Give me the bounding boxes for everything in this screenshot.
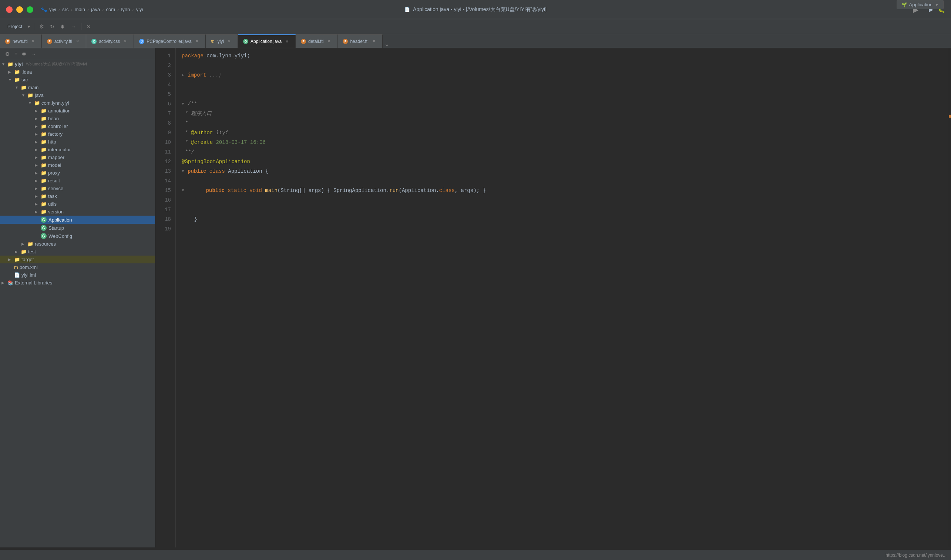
detail-tab-close[interactable]: ✕ [326,38,332,45]
interceptor-folder-icon: 📁 [41,147,46,152]
tree-idea[interactable]: 📁 .idea [0,68,155,76]
activity-ftl-tab-close[interactable]: ✕ [74,38,81,45]
project-label[interactable]: Project [5,24,25,29]
sep3: › [87,7,89,12]
application-file-icon: G [41,217,46,223]
fold-13[interactable] [182,166,188,176]
tree-test[interactable]: 📁 test [0,248,155,255]
sidebar-gear-button[interactable]: ⚙ [4,50,11,58]
tree-main[interactable]: 📁 main [0,84,155,91]
comment-line10a: * [182,138,191,147]
kw-class2: class [439,186,455,195]
tree-proxy[interactable]: 📁 proxy [0,169,155,177]
sync-icon[interactable]: ↻ [48,22,57,31]
ln19: 19 [156,224,176,234]
pom-label: pom.xml [20,265,38,270]
idea-folder-icon: 📁 [14,69,20,75]
mapper-arrow [35,155,41,159]
settings-icon[interactable]: ✱ [58,22,67,31]
tree-http[interactable]: 📁 http [0,138,155,146]
more-tabs-button[interactable]: » [385,43,388,48]
pcpage-tab-close[interactable]: ✕ [194,38,200,45]
code-editor[interactable]: 1 2 3 4 5 6 7 8 9 10 11 12 13 14 15 16 1… [156,48,951,548]
close-panel-icon[interactable]: ✕ [84,22,93,31]
tree-src[interactable]: 📁 src [0,76,155,84]
tree-external-libs[interactable]: 📚 External Libraries [0,279,155,287]
tag-author: @author [191,128,213,138]
code-content[interactable]: package com.lynn.yiyi; import ...; [176,48,951,548]
tab-news[interactable]: F news.ftl ✕ [0,34,42,48]
factory-folder-icon: 📁 [41,131,46,137]
tree-yiyi-root[interactable]: 📁 yiyi /Volumes/大白菜U盘/YIYI有话/yiyi [0,60,155,68]
tree-application-file[interactable]: G Application [0,215,155,224]
tree-java[interactable]: 📁 java [0,91,155,99]
author-name: liyi [213,128,228,138]
header-tab-close[interactable]: ✕ [371,38,377,45]
activity-css-tab-close[interactable]: ✕ [122,38,128,45]
tree-com-lynn-yiyi[interactable]: 📁 com.lynn.yiyi [0,99,155,107]
fold-6[interactable] [182,99,188,109]
tree-interceptor[interactable]: 📁 interceptor [0,146,155,154]
fold-15[interactable] [182,186,188,195]
tree-target[interactable]: 📁 target [0,255,155,263]
tree-factory[interactable]: 📁 factory [0,130,155,138]
ln3: 3 [156,70,176,80]
line-numbers: 1 2 3 4 5 6 7 8 9 10 11 12 13 14 15 16 1… [156,48,176,548]
sidebar-header: ⚙ ≡ ✱ → [0,48,155,60]
close-button[interactable] [6,6,12,13]
yiyi-path: /Volumes/大白菜U盘/YIYI有话/yiyi [26,62,87,67]
utils-folder-icon: 📁 [41,201,46,207]
tree-controller[interactable]: 📁 controller [0,122,155,130]
ln13: 13 [156,166,176,176]
package-name: com.lynn.yiyi; [203,51,250,61]
tab-activity-ftl[interactable]: F activity.ftl ✕ [42,34,86,48]
tree-mapper[interactable]: 📁 mapper [0,154,155,161]
expand-icon[interactable]: → [68,22,78,31]
tree-utils[interactable]: 📁 utils [0,200,155,208]
tab-detail[interactable]: F detail.ftl ✕ [296,34,338,48]
fold-3[interactable] [182,70,188,80]
version-arrow [35,210,41,214]
tree-yiyi-iml[interactable]: 📄 yiyi.iml [0,271,155,279]
tree-webconfig-file[interactable]: G WebConfig [0,232,155,240]
sidebar-star-button[interactable]: ✱ [20,50,28,58]
editor-area: 1 2 3 4 5 6 7 8 9 10 11 12 13 14 15 16 1… [156,48,951,548]
run-config-label: Application [909,2,933,8]
code-line-6: /** [182,99,951,109]
tree-pom[interactable]: m pom.xml [0,263,155,271]
tree-resources[interactable]: 📁 resources [0,240,155,248]
src-folder-icon: 📁 [14,77,20,83]
main-folder-icon: 📁 [21,85,27,90]
tree-version[interactable]: 📁 version [0,208,155,215]
myiyi-tab-close[interactable]: ✕ [226,38,233,45]
tree-bean[interactable]: 📁 bean [0,115,155,122]
application-tab-close[interactable]: ✕ [284,38,290,45]
version-folder-icon: 📁 [41,209,46,215]
status-bar: https://blog.csdn.net/lynnlove... [0,550,951,560]
model-label: model [48,162,61,168]
tree-task[interactable]: 📁 task [0,192,155,200]
class-name-app: Application { [225,166,269,176]
right-gutter [949,48,951,548]
result-arrow [35,178,41,183]
tree-model[interactable]: 📁 model [0,161,155,169]
tab-pcpage[interactable]: J PCPageController.java ✕ [134,34,205,48]
sidebar-arrow-button[interactable]: → [29,50,37,58]
tree-result[interactable]: 📁 result [0,177,155,185]
sidebar-layout-button[interactable]: ≡ [13,50,19,58]
tab-myiyi[interactable]: m yiyi ✕ [206,34,238,48]
tab-activity-css[interactable]: C activity.css ✕ [86,34,134,48]
tree-annotation[interactable]: 📁 annotation [0,107,155,115]
tree-startup-file[interactable]: G Startup [0,224,155,232]
run-config-dropdown[interactable]: 🌱 Application ▼ [897,0,944,9]
minimize-button[interactable] [16,6,23,13]
tab-header[interactable]: F header.ftl ✕ [338,34,382,48]
tab-application[interactable]: G Application.java ✕ [238,34,296,48]
news-tab-close[interactable]: ✕ [30,38,36,45]
target-label: target [22,257,34,262]
maximize-button[interactable] [27,6,33,13]
tag-create: @create [191,138,213,147]
test-label: test [28,249,36,254]
tree-service[interactable]: 📁 service [0,185,155,192]
gear-icon[interactable]: ⚙ [37,22,46,31]
